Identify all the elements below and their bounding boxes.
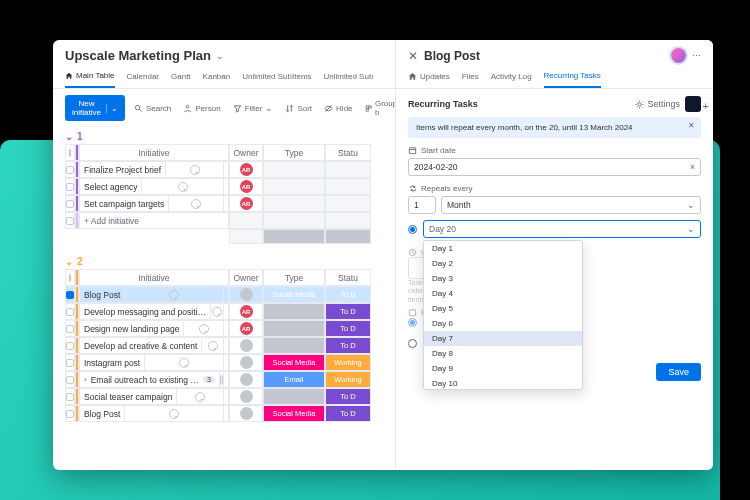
settings-link[interactable]: Settings [635,99,680,109]
status-cell[interactable] [325,161,371,178]
avatar[interactable] [240,339,253,352]
checkbox[interactable] [66,393,74,401]
type-cell[interactable] [263,320,325,337]
group-header[interactable]: ⌄1 [65,129,395,144]
conversation-icon[interactable] [219,371,224,388]
add-tab-icon[interactable]: + [703,100,709,112]
tab-files[interactable]: Files [462,67,479,88]
conversation-icon[interactable] [201,337,224,354]
tab-kanban[interactable]: Kanban [203,67,231,88]
checkbox[interactable] [66,342,74,350]
radio-day-of-month[interactable] [408,225,417,234]
dropdown-option[interactable]: Day 4 [424,286,582,301]
tab-recurring-tasks[interactable]: Recurring Tasks [544,67,601,88]
radio-on-date[interactable] [408,318,417,327]
type-cell[interactable] [263,303,325,320]
expand-icon[interactable]: › [84,375,87,384]
tab-gantt[interactable]: Gantt [171,67,191,88]
conversation-icon[interactable] [124,286,224,303]
close-icon[interactable]: ✕ [408,49,418,63]
conversation-icon[interactable] [168,195,224,212]
conversation-icon[interactable] [141,178,224,195]
dropdown-option[interactable]: Day 3 [424,271,582,286]
status-cell[interactable] [325,195,371,212]
status-cell[interactable]: To D [325,388,371,405]
conversation-icon[interactable] [183,320,224,337]
tab-updates[interactable]: Updates [408,67,450,88]
filter-tool[interactable]: Filter⌄ [230,101,277,115]
conversation-icon[interactable] [165,161,224,178]
status-cell[interactable]: To D [325,286,371,303]
avatar[interactable]: AR [240,197,253,210]
avatar[interactable] [240,407,253,420]
close-icon[interactable]: ✕ [688,121,695,130]
type-cell[interactable] [263,161,325,178]
conversation-icon[interactable] [176,388,224,405]
repeat-unit-select[interactable]: Month⌄ [441,196,701,214]
type-cell[interactable]: Social Media [263,405,325,422]
conversation-icon[interactable] [144,354,224,371]
dropdown-option[interactable]: Day 5 [424,301,582,316]
chevron-down-icon[interactable]: ⌄ [106,104,118,113]
dropdown-option[interactable]: Day 8 [424,346,582,361]
dropdown-option[interactable]: Day 7 [424,331,582,346]
status-cell[interactable]: To D [325,303,371,320]
tab-activity-log[interactable]: Activity Log [491,67,532,88]
type-cell[interactable]: Social Media [263,286,325,303]
avatar[interactable] [671,48,686,63]
avatar[interactable] [240,288,253,301]
radio-after[interactable] [408,339,417,348]
type-cell[interactable]: Email [263,371,325,388]
avatar[interactable] [240,356,253,369]
checkbox[interactable] [66,308,74,316]
dropdown-option[interactable]: Day 6 [424,316,582,331]
avatar[interactable]: AR [240,305,253,318]
avatar[interactable]: AR [240,163,253,176]
type-cell[interactable] [263,337,325,354]
checkbox[interactable] [66,325,74,333]
avatar[interactable] [240,373,253,386]
chevron-down-icon[interactable]: ⌄ [216,51,224,61]
day-select[interactable]: Day 20 ⌄ [423,220,701,238]
group-header[interactable]: ⌄2 [65,254,395,269]
status-cell[interactable]: Working [325,354,371,371]
checkbox[interactable] [69,274,71,282]
status-cell[interactable]: To D [325,337,371,354]
conversation-icon[interactable] [124,405,224,422]
app-badge-icon[interactable] [685,96,701,112]
avatar[interactable] [240,390,253,403]
save-button[interactable]: Save [656,363,701,381]
status-cell[interactable]: To D [325,405,371,422]
sort-tool[interactable]: Sort [282,102,315,115]
status-cell[interactable]: To D [325,320,371,337]
board-title[interactable]: Upscale Marketing Plan [65,48,211,63]
dropdown-option[interactable]: Day 2 [424,256,582,271]
more-icon[interactable]: ⋯ [692,51,701,61]
start-date-input[interactable]: 2024-02-20 × [408,158,701,176]
person-tool[interactable]: Person [180,102,223,115]
type-cell[interactable]: Social Media [263,354,325,371]
checkbox[interactable] [66,291,74,299]
checkbox[interactable] [66,200,74,208]
checkbox[interactable] [66,166,74,174]
tab-main-table[interactable]: Main Table [65,67,115,88]
tab-unlimited-sub-2[interactable]: Unlimited Sub [324,67,374,88]
status-cell[interactable]: Working [325,371,371,388]
search-tool[interactable]: Search [131,102,174,115]
dropdown-option[interactable]: Day 9 [424,361,582,376]
avatar[interactable]: AR [240,180,253,193]
repeat-count-input[interactable]: 1 [408,196,436,214]
conversation-icon[interactable] [210,303,224,320]
avatar[interactable]: AR [240,322,253,335]
checkbox[interactable] [66,359,74,367]
dropdown-option[interactable]: Day 10 [424,376,582,390]
tab-unlimited-subitems[interactable]: Unlimited SubItems [242,67,311,88]
type-cell[interactable] [263,178,325,195]
new-initiative-button[interactable]: New initiative ⌄ [65,95,125,121]
hide-tool[interactable]: Hide [321,102,355,115]
status-cell[interactable] [325,178,371,195]
checkbox[interactable] [66,183,74,191]
checkbox[interactable] [66,410,74,418]
checkbox[interactable] [69,149,71,157]
clear-icon[interactable]: × [690,162,695,172]
